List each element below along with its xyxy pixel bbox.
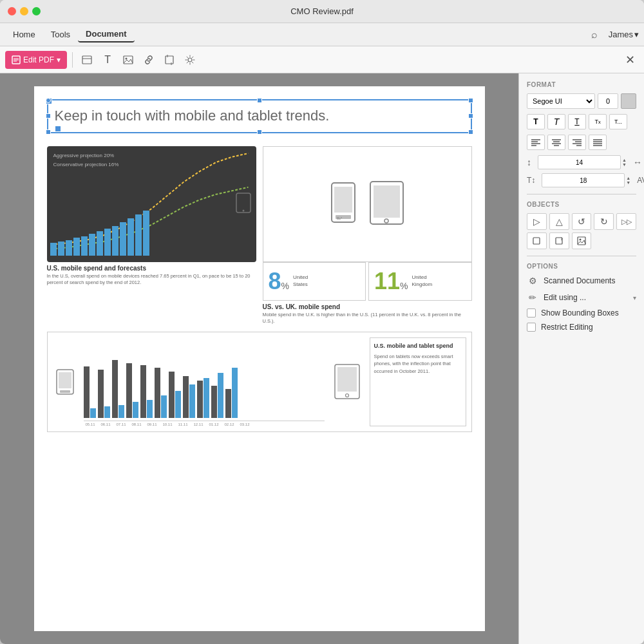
text-tool-icon[interactable]: T (99, 51, 117, 69)
scanned-docs-row[interactable]: ⚙ Scanned Documents (527, 275, 636, 287)
bar-8 (104, 229, 111, 256)
line-spacing-up[interactable]: ▲ (622, 158, 627, 162)
handle-bl[interactable] (46, 129, 51, 135)
cursor-tool[interactable]: ▷ (527, 213, 547, 230)
edit-using-row[interactable]: ✏ Edit using ... ▾ (527, 292, 636, 303)
svg-rect-8 (166, 56, 173, 64)
chart2-caption: US. vs. UK. mobile spend (263, 301, 472, 312)
x-label-1: 06.11 (99, 422, 113, 426)
bar-6 (89, 234, 95, 256)
image-tool-icon[interactable] (119, 51, 137, 69)
handle-tm[interactable] (257, 98, 262, 103)
menu-home[interactable]: Home (5, 27, 43, 42)
svg-rect-46 (556, 238, 562, 244)
handle-br[interactable] (468, 129, 473, 135)
align-justify-button[interactable] (589, 135, 607, 150)
align-center-button[interactable] (547, 135, 565, 150)
italic-button[interactable]: T (547, 114, 565, 129)
close-toolbar-icon[interactable]: ✕ (621, 51, 639, 69)
font-row: Segoe UI (527, 93, 636, 109)
ipad-hint (236, 193, 251, 216)
show-bounding-row[interactable]: Show Bounding Boxes (527, 308, 636, 317)
app-window: CMO Review.pdf Home Tools Document ⌕ Jam… (0, 0, 644, 644)
right-panel: ◀ FORMAT Segoe UI T T T Tx T... (518, 73, 644, 644)
edit-pdf-arrow: ▾ (57, 55, 61, 64)
font-size-input[interactable] (598, 93, 618, 109)
handle-bm[interactable] (257, 129, 262, 135)
phone-icon (330, 182, 356, 226)
objects-grid: ▷ △ ↺ ↻ ▷▷ (527, 213, 636, 249)
menu-document[interactable]: Document (78, 26, 135, 43)
bg-1a (84, 366, 90, 418)
handle-rm[interactable] (468, 113, 473, 118)
bar-3 (66, 240, 72, 256)
handle-tr[interactable] (468, 98, 473, 103)
undo-tool[interactable]: ↺ (572, 213, 592, 230)
divider-1 (527, 194, 636, 194)
headline-textbox[interactable]: Keep in touch with mobile and tablet tre… (47, 99, 472, 133)
document-area: Keep in touch with mobile and tablet tre… (0, 73, 518, 644)
pencil-icon: ✏ (527, 292, 538, 303)
svg-rect-24 (59, 372, 71, 388)
maximize-button[interactable] (32, 7, 41, 15)
superscript-button[interactable]: Tx (589, 114, 607, 129)
settings-icon[interactable] (181, 51, 199, 69)
restrict-editing-checkbox[interactable] (527, 323, 536, 332)
svg-rect-27 (337, 367, 357, 392)
svg-point-11 (188, 58, 192, 62)
show-bounding-checkbox[interactable] (527, 308, 536, 317)
bg-5a (140, 365, 146, 418)
minimize-button[interactable] (20, 7, 28, 15)
align-row (527, 135, 636, 150)
restrict-editing-row[interactable]: Restrict Editing (527, 323, 636, 332)
show-bounding-label: Show Bounding Boxes (541, 308, 619, 317)
user-menu[interactable]: James ▾ (609, 30, 639, 39)
crop-obj-tool[interactable] (527, 232, 547, 249)
title-bar: CMO Review.pdf (0, 0, 644, 23)
underline-button[interactable]: T (568, 114, 586, 129)
menu-tools[interactable]: Tools (43, 27, 78, 42)
divider-2 (527, 256, 636, 256)
svg-point-22 (384, 219, 388, 223)
handle-lm[interactable] (46, 113, 51, 118)
bg-3a (112, 360, 118, 418)
baseline-input[interactable] (542, 173, 625, 187)
more-tool[interactable]: ▷▷ (616, 213, 636, 230)
bar-chart-area (50, 191, 253, 256)
line-spacing-input[interactable] (538, 155, 621, 169)
redo-tool[interactable]: ↻ (594, 213, 614, 230)
x-label-9: 02.12 (223, 422, 236, 426)
svg-point-13 (242, 209, 244, 211)
bottom-bar-area: 05.11 06.11 07.11 08.11 09.11 10.11 11.1… (84, 337, 325, 426)
triangle-tool[interactable]: △ (549, 213, 569, 230)
rotate-tool[interactable] (549, 232, 569, 249)
add-text-icon[interactable] (78, 51, 96, 69)
align-right-button[interactable] (568, 135, 586, 150)
bottom-chart-title: U.S. mobile and tablet spend (374, 342, 462, 351)
color-swatch[interactable] (621, 93, 636, 109)
line-spacing-down[interactable]: ▼ (622, 162, 627, 167)
svg-rect-15 (334, 187, 352, 213)
crop-icon[interactable] (160, 51, 178, 69)
link-tool-icon[interactable] (140, 51, 158, 69)
stat-us-number: 8% (269, 268, 289, 295)
search-icon[interactable]: ⌕ (585, 26, 603, 44)
bg-1b (90, 408, 96, 418)
baseline-up[interactable]: ▲ (626, 176, 630, 180)
bottom-info-box: U.S. mobile and tablet spend Spend on ta… (370, 337, 466, 426)
bar-5 (81, 236, 88, 256)
svg-rect-25 (60, 390, 70, 393)
image-obj-tool[interactable] (572, 232, 592, 249)
font-select[interactable]: Segoe UI (527, 93, 595, 109)
spacing-row-2: T↕ ▲ ▼ AV ▲ ▼ (527, 173, 636, 187)
bold-button[interactable]: T (527, 114, 545, 129)
handle-tl[interactable] (46, 98, 51, 103)
align-left-button[interactable] (527, 135, 545, 150)
edit-pdf-button[interactable]: Edit PDF ▾ (5, 51, 67, 69)
baseline-down[interactable]: ▼ (626, 180, 630, 185)
baseline-icon: T↕ (527, 176, 535, 185)
close-button[interactable] (8, 7, 16, 15)
line-spacing-group: ▲ ▼ (538, 155, 627, 169)
more-styles-button[interactable]: T... (609, 114, 627, 129)
collapse-panel-button[interactable]: ◀ (518, 349, 519, 368)
